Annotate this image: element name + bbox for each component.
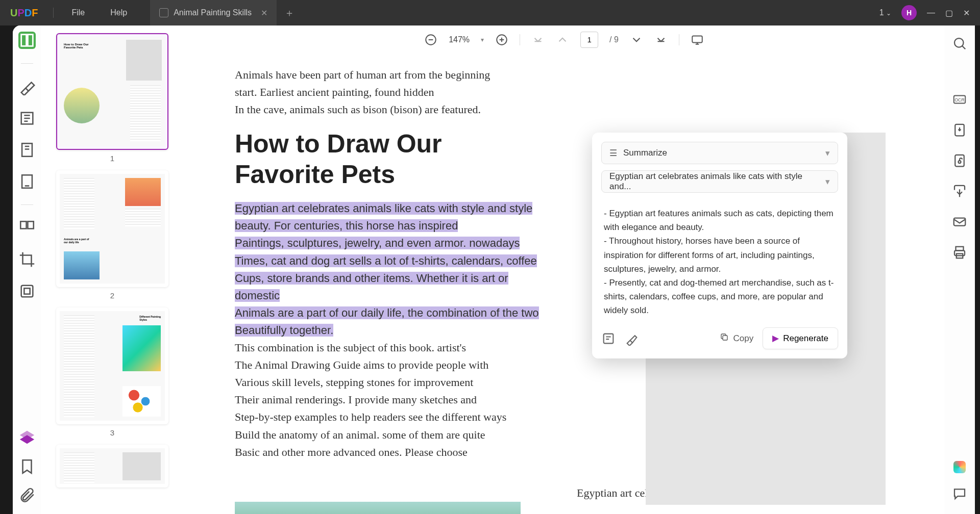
svg-rect-3 bbox=[22, 143, 32, 157]
ai-summarize-popup: ☰ Summarize ▾ Egyptian art celebrates an… bbox=[592, 133, 847, 358]
document-area: 147% ▾ / 9 Animals have been part of hum… bbox=[184, 25, 944, 514]
svg-rect-0 bbox=[21, 35, 26, 46]
doc-hl-5: Cups, store brands and other items. Whet… bbox=[235, 272, 508, 302]
highlighter-tool-icon[interactable] bbox=[18, 78, 36, 95]
svg-text:OCR: OCR bbox=[954, 97, 964, 102]
thumbnails-tool-icon[interactable] bbox=[18, 32, 36, 49]
tab-close-icon[interactable]: ✕ bbox=[261, 8, 267, 18]
svg-rect-11 bbox=[692, 36, 702, 42]
document-tab[interactable]: Animal Painting Skills ✕ bbox=[150, 0, 277, 25]
ai-summary-content: - Egyptian art features animals such as … bbox=[601, 199, 838, 321]
zoom-out-button[interactable] bbox=[424, 33, 437, 46]
svg-rect-6 bbox=[28, 221, 33, 228]
doc-hl-1: Egyptian art celebrates animals like cat… bbox=[235, 202, 532, 215]
tab-title: Animal Painting Skills bbox=[174, 8, 252, 17]
last-page-button[interactable] bbox=[654, 33, 668, 46]
minimize-button[interactable]: — bbox=[927, 8, 935, 17]
edit-text-tool-icon[interactable] bbox=[18, 110, 36, 127]
prev-page-button[interactable] bbox=[556, 33, 569, 46]
doc-heading: How to Draw OurFavorite Pets bbox=[235, 128, 551, 190]
svg-rect-8 bbox=[24, 288, 30, 294]
new-tab-button[interactable]: ＋ bbox=[284, 6, 295, 20]
page-total-label: / 9 bbox=[609, 35, 619, 44]
comment-icon[interactable] bbox=[952, 486, 967, 501]
crop-tool-icon[interactable] bbox=[18, 251, 36, 268]
svg-point-19 bbox=[959, 161, 961, 163]
doc-body-7: Basic and other more advanced ones. Plea… bbox=[235, 444, 551, 461]
doc-body-1: This combination is the subject of this … bbox=[235, 339, 551, 356]
tab-doc-icon bbox=[159, 8, 168, 17]
bookmark-icon[interactable] bbox=[18, 458, 36, 475]
chevron-down-icon[interactable]: ⌄ bbox=[886, 10, 891, 17]
doc-tree-image bbox=[235, 502, 521, 514]
thumbnail-page-3[interactable]: Different PaintingStyles bbox=[56, 307, 168, 424]
chevron-down-icon: ▾ bbox=[825, 148, 830, 159]
document-toolbar: 147% ▾ / 9 bbox=[184, 25, 944, 54]
menu-help[interactable]: Help bbox=[97, 8, 140, 17]
ai-assistant-icon[interactable] bbox=[953, 461, 966, 473]
doc-hl-2: beauty. For centuries, this horse has in… bbox=[235, 219, 458, 232]
watermark-tool-icon[interactable] bbox=[18, 282, 36, 300]
layers-icon[interactable] bbox=[18, 429, 36, 447]
page-input[interactable] bbox=[580, 32, 598, 48]
svg-rect-13 bbox=[723, 336, 727, 340]
zoom-in-button[interactable] bbox=[495, 33, 508, 46]
svg-rect-20 bbox=[954, 218, 966, 226]
thumbnail-1-label: 1 bbox=[56, 154, 168, 163]
next-page-button[interactable] bbox=[630, 33, 643, 46]
presentation-button[interactable] bbox=[691, 33, 704, 46]
tab-count-label: 1 ⌄ bbox=[879, 8, 891, 17]
svg-rect-7 bbox=[21, 286, 33, 297]
doc-hl-4: Times, cat and dog art sells a lot of t-… bbox=[235, 254, 537, 267]
doc-body-6: Build the anatomy of an animal. some of … bbox=[235, 426, 551, 444]
ai-highlight-icon[interactable] bbox=[625, 331, 639, 346]
thumbnail-page-1[interactable]: How to Draw OurFavorite Pets bbox=[56, 33, 168, 150]
right-toolbar: OCR bbox=[944, 25, 975, 514]
first-page-button[interactable] bbox=[531, 33, 545, 46]
export-icon[interactable] bbox=[952, 122, 967, 138]
ai-regenerate-button[interactable]: ▶ Regenerate bbox=[763, 327, 838, 349]
thumbnail-3-label: 3 bbox=[56, 428, 168, 437]
email-icon[interactable] bbox=[952, 214, 967, 229]
thumbnail-page-4[interactable] bbox=[56, 445, 168, 487]
app-logo: UPDF bbox=[0, 7, 48, 19]
zoom-value: 147% bbox=[449, 35, 470, 44]
thumbnail-page-2[interactable]: Animals are a part ofour daily life bbox=[56, 170, 168, 287]
maximize-button[interactable]: ▢ bbox=[945, 8, 953, 18]
doc-body-4: Their animal renderings. I provide many … bbox=[235, 391, 551, 408]
doc-hl-6: Animals are a part of our daily life, th… bbox=[235, 306, 539, 319]
ai-summary-preview-select[interactable]: Egyptian art celebrates animals like cat… bbox=[601, 170, 838, 193]
doc-body-2: The Animal Drawing Guide aims to provide… bbox=[235, 356, 551, 374]
left-toolbar bbox=[13, 25, 41, 514]
attachment-icon[interactable] bbox=[18, 486, 36, 504]
menu-file[interactable]: File bbox=[59, 8, 97, 17]
doc-intro-3: In the cave, animals such as bison (biso… bbox=[235, 101, 551, 118]
doc-hl-3: Paintings, sculptures, jewelry, and even… bbox=[235, 237, 520, 249]
doc-body-5: Step-by-step examples to help readers se… bbox=[235, 408, 551, 426]
main-area: How to Draw OurFavorite Pets 1 Animals a… bbox=[13, 25, 975, 514]
ai-note-icon[interactable] bbox=[601, 331, 616, 346]
doc-intro-2: start. Earliest ancient painting, found … bbox=[235, 84, 551, 101]
organize-tool-icon[interactable] bbox=[18, 219, 36, 237]
svg-rect-5 bbox=[20, 221, 26, 228]
ai-mode-select[interactable]: ☰ Summarize ▾ bbox=[601, 142, 838, 164]
protect-icon[interactable] bbox=[952, 153, 967, 168]
print-icon[interactable] bbox=[952, 245, 967, 260]
thumbnail-2-label: 2 bbox=[56, 291, 168, 300]
user-avatar[interactable]: H bbox=[901, 5, 917, 20]
search-icon[interactable] bbox=[952, 36, 967, 51]
chevron-down-icon: ▾ bbox=[825, 176, 830, 187]
doc-hl-7: Beautifully together. bbox=[235, 324, 333, 337]
zoom-dropdown-icon[interactable]: ▾ bbox=[481, 36, 484, 43]
thumbnail-panel: How to Draw OurFavorite Pets 1 Animals a… bbox=[41, 25, 184, 514]
ocr-icon[interactable]: OCR bbox=[952, 92, 967, 107]
list-icon: ☰ bbox=[609, 148, 617, 159]
page-tool-icon[interactable] bbox=[18, 141, 36, 159]
form-tool-icon[interactable] bbox=[18, 173, 36, 190]
play-icon: ▶ bbox=[772, 333, 779, 344]
share-icon[interactable] bbox=[952, 184, 967, 199]
close-button[interactable]: ✕ bbox=[963, 8, 970, 18]
copy-icon bbox=[720, 332, 729, 344]
ai-copy-button[interactable]: Copy bbox=[720, 332, 753, 344]
svg-point-14 bbox=[954, 38, 964, 47]
